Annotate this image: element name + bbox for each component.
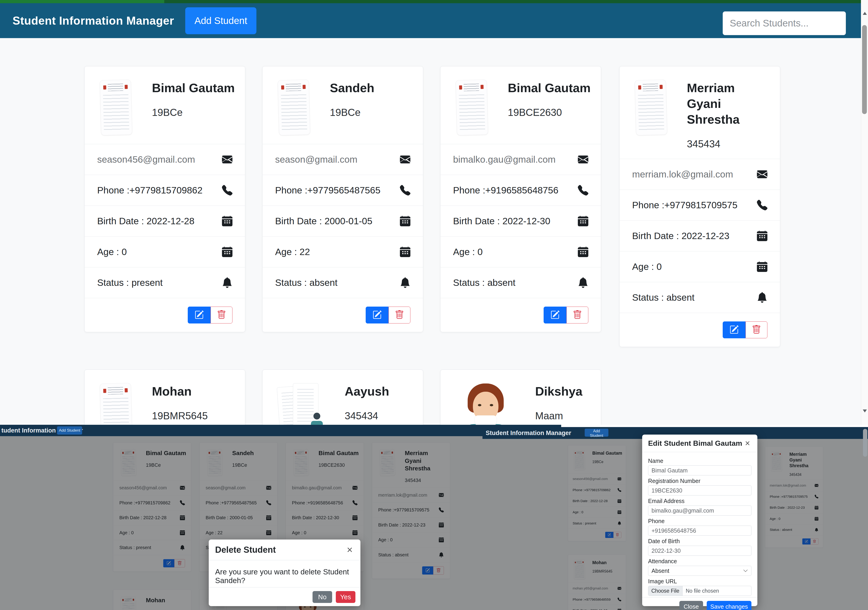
birthdate-row: Birth Date : 2022-12-30 [440,206,601,236]
delete-student-button[interactable] [211,307,232,324]
trash-icon [395,310,404,320]
scroll-down-arrow-icon[interactable] [863,409,867,412]
yes-button[interactable]: Yes [336,591,355,603]
edit-student-button[interactable] [366,307,389,324]
bell-icon [222,277,232,288]
screenshot-edit-modal-view: Student Information Manager Add Student … [482,427,868,610]
top-green-bar [0,0,861,3]
app-title: Student Information Manager [486,427,571,439]
calendar-icon [222,216,232,226]
attendance-value: Absent [651,568,669,574]
student-age: Age : 22 [275,246,310,257]
close-button[interactable]: Close [679,601,703,610]
student-phone: Phone :+9779565487565 [275,185,380,196]
delete-confirmation-text: Are you sure you want to delete Student … [209,560,360,587]
phone-icon [757,200,767,211]
attendance-select[interactable]: Absent [648,566,752,576]
phone-row: Phone :+9779815709575 [620,190,780,220]
add-student-button[interactable]: Add Student [57,426,82,435]
name-field[interactable] [648,465,752,475]
save-changes-button[interactable]: Save changes [707,601,752,610]
calendar-icon [578,246,588,257]
envelope-icon [400,154,411,165]
scrollbar-thumb[interactable] [863,429,867,457]
email-field[interactable] [648,506,752,516]
envelope-icon [578,154,588,165]
app-title: Student Information Manager [12,3,174,38]
age-row: Age : 22 [263,236,423,267]
image-file-input[interactable]: Choose File No file chosen [648,586,752,596]
student-image [278,80,310,135]
calendar-icon [400,246,411,257]
envelope-icon [757,169,767,180]
phone-field[interactable] [648,526,752,536]
age-row: Age : 0 [620,251,780,282]
student-name: Merriam Gyani Shrestha [687,80,771,127]
student-email: merriam.lok@gmail.com [632,169,733,180]
mini-navbar: tudent Information Manager Add Student [0,425,561,436]
calendar-icon [578,216,588,226]
delete-student-button[interactable] [746,321,767,338]
calendar-icon [400,216,411,226]
scrollbar-thumb[interactable] [862,25,867,114]
student-phone: Phone :+9779815709862 [97,185,203,196]
student-name: Sandeh [330,80,414,96]
pencil-square-icon [550,310,560,320]
edit-student-modal: Edit Student Bimal Gautam × Name Registr… [642,435,757,606]
student-image [456,384,515,425]
birthdate-row: Birth Date : 2022-12-28 [85,206,245,236]
screenshot-delete-modal-view: tudent Information Manager Add Student B… [0,425,561,610]
student-card: Dikshya Maam [440,370,601,425]
phone-icon [222,185,232,195]
student-birthdate: Birth Date : 2022-12-28 [97,216,194,226]
student-registration: 19BCe [152,107,236,118]
close-icon[interactable]: × [744,439,752,448]
close-icon[interactable]: × [346,545,354,555]
choose-file-button[interactable]: Choose File [648,586,682,596]
add-student-button[interactable]: Add Student [185,7,256,34]
registration-field[interactable] [648,485,752,495]
dob-field[interactable] [648,546,752,556]
status-row: Status : absent [620,282,780,313]
email-row: season456@gmail.com [85,144,245,175]
student-card-header: Bimal Gautam 19BCe [85,67,245,144]
card-actions [620,313,780,347]
email-row: merriam.lok@gmail.com [620,159,780,190]
registration-label: Registration Number [648,478,752,484]
delete-student-modal: Delete Student × Are you sure you want t… [209,539,360,606]
student-status: Status : present [97,277,163,288]
calendar-icon [757,262,767,272]
search-input[interactable] [723,11,846,35]
edit-student-button[interactable] [544,307,566,324]
scroll-up-arrow-icon[interactable] [863,12,867,15]
modal-title: Delete Student [215,545,276,555]
student-card: Bimal Gautam 19BCE2630 bimalko.gau@gmail… [440,66,601,332]
student-card: Bimal Gautam 19BCe season456@gmail.com P… [84,66,245,332]
student-phone: Phone :+9779815709575 [632,200,738,211]
add-student-button[interactable]: Add Student [585,429,608,437]
no-button[interactable]: No [313,591,332,603]
email-row: bimalko.gau@gmail.com [440,144,601,175]
edit-student-button[interactable] [188,307,211,324]
student-card-header: Bimal Gautam 19BCE2630 [440,67,601,144]
delete-student-button[interactable] [566,307,588,324]
bell-icon [578,277,588,288]
student-phone: Phone :+9196585648756 [453,185,558,196]
main-app-view: Student Information Manager Add Student … [0,0,868,425]
trash-icon [217,310,226,320]
student-card-header: Aayush 345434 [263,370,423,425]
email-label: Email Address [648,498,752,505]
page-scrollbar[interactable] [861,0,868,425]
envelope-icon [222,154,232,165]
pencil-square-icon [730,325,739,335]
trash-icon [752,325,761,335]
calendar-icon [222,246,232,257]
student-status: Status : absent [453,277,516,288]
chevron-down-icon [743,568,748,573]
birthdate-row: Birth Date : 2000-01-05 [263,206,423,236]
delete-student-button[interactable] [389,307,411,324]
student-email: bimalko.gau@gmail.com [453,154,556,165]
student-image [100,383,132,425]
student-registration: 19BMR5645 [152,410,236,421]
edit-student-button[interactable] [723,321,746,338]
